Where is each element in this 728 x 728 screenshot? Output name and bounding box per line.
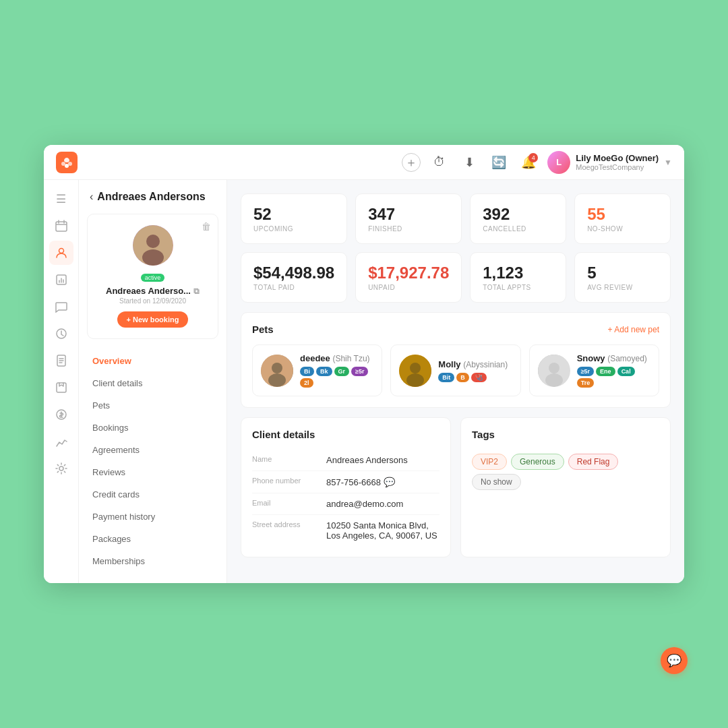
- svg-point-17: [410, 363, 421, 373]
- pet-card-molly[interactable]: Molly (Abyssinian) Bit B 🩺: [390, 344, 520, 396]
- nav-menu: Overview Client details Pets Bookings Ag…: [79, 350, 226, 572]
- pet-avatar-deedee: [261, 355, 293, 387]
- nav-item-packages[interactable]: Packages: [79, 528, 226, 550]
- client-details-title: Client details: [252, 429, 315, 440]
- left-nav: ‹ Andreaes Andersons 🗑 active: [79, 180, 227, 583]
- avatar: L: [547, 151, 570, 174]
- tags-section: Tags VIP2 Generous Red Flag No show: [460, 417, 671, 557]
- sync-icon-btn[interactable]: 🔄: [488, 152, 510, 173]
- nav-item-credit-cards[interactable]: Credit cards: [79, 483, 226, 506]
- nav-item-agreements[interactable]: Agreements: [79, 439, 226, 461]
- detail-label-name: Name: [252, 455, 326, 463]
- tag-redflag[interactable]: Red Flag: [568, 454, 619, 470]
- pet-tag: 2l: [300, 378, 313, 388]
- bottom-grid: Client details Name Andreaes Andersons P…: [241, 417, 671, 567]
- stat-avg-review-value: 5: [587, 264, 658, 282]
- stat-upcoming-value: 52: [253, 205, 334, 224]
- pet-name-snowy: Snowy (Samoyed): [577, 353, 650, 363]
- pets-grid: deedee (Shih Tzu) Bi Bk Gr ≥5r 2l: [252, 344, 659, 396]
- sidebar-analytics-icon[interactable]: [49, 429, 73, 454]
- stat-unpaid-value: $17,927.78: [368, 264, 449, 282]
- main-layout: ☰: [44, 180, 684, 583]
- topbar: ＋ ⏱ ⬇ 🔄 🔔 4 L Lily MoeGo (Owner) MoegoTe…: [44, 145, 684, 180]
- stat-upcoming: 52 UPCOMING: [241, 193, 347, 244]
- chat-fab-button[interactable]: 💬: [661, 647, 688, 674]
- timer-icon-btn[interactable]: ⏱: [429, 152, 450, 173]
- nav-item-client-details[interactable]: Client details: [79, 372, 226, 394]
- edit-icon[interactable]: 🗑: [202, 221, 211, 232]
- pet-card-snowy[interactable]: Snowy (Samoyed) ≥5r Ene Cal Tre: [529, 344, 659, 396]
- nav-item-bookings[interactable]: Bookings: [79, 417, 226, 439]
- new-booking-button[interactable]: + New booking: [117, 311, 189, 328]
- stat-total-paid-label: TOTAL PAID: [253, 284, 334, 291]
- main-content: 52 UPCOMING 347 FINISHED 392 CANCELLED 5…: [227, 180, 684, 583]
- svg-point-12: [142, 249, 164, 266]
- stat-unpaid: $17,927.78 UNPAID: [355, 252, 462, 303]
- svg-point-20: [549, 363, 559, 373]
- pet-tag: Ene: [596, 367, 615, 376]
- sidebar-messages-icon[interactable]: [49, 295, 73, 319]
- sidebar-settings-icon[interactable]: [49, 456, 73, 481]
- sidebar-calendar-icon[interactable]: [49, 214, 73, 238]
- detail-value-address: 10250 Santa Monica Blvd, Los Angeles, CA…: [326, 520, 439, 541]
- sidebar-menu-icon[interactable]: ☰: [49, 187, 73, 211]
- pet-tags-snowy: ≥5r Ene Cal Tre: [577, 367, 650, 388]
- client-title: Andreaes Andersons: [97, 191, 205, 203]
- user-name: Lily MoeGo (Owner): [576, 153, 659, 163]
- stat-noshow-label: NO-SHOW: [587, 225, 658, 233]
- back-button[interactable]: ‹: [90, 191, 93, 203]
- stat-total-appts: 1,123 TOTAL APPTS: [470, 252, 566, 303]
- svg-point-11: [146, 235, 160, 248]
- sidebar-invoices-icon[interactable]: [49, 348, 73, 373]
- add-new-pet-button[interactable]: + Add new pet: [608, 325, 659, 334]
- pets-section-header: Pets + Add new pet: [252, 324, 659, 335]
- nav-item-pets[interactable]: Pets: [79, 394, 226, 417]
- client-header: ‹ Andreaes Andersons: [79, 191, 226, 214]
- nav-item-memberships[interactable]: Memberships: [79, 550, 226, 572]
- pet-tag: Tre: [577, 378, 595, 388]
- detail-row-address: Street address 10250 Santa Monica Blvd, …: [252, 515, 439, 546]
- notification-icon-btn[interactable]: 🔔 4: [518, 152, 539, 173]
- tag-noshow[interactable]: No show: [472, 474, 521, 490]
- pet-avatar-snowy: [538, 355, 570, 387]
- sidebar-reports-icon[interactable]: [49, 268, 73, 292]
- stat-total-appts-label: TOTAL APPTS: [483, 284, 553, 291]
- nav-item-payment-history[interactable]: Payment history: [79, 506, 226, 528]
- stat-cancelled: 392 CANCELLED: [470, 193, 566, 244]
- download-icon-btn[interactable]: ⬇: [458, 152, 480, 173]
- stat-avg-review: 5 AVG REVIEW: [574, 252, 671, 303]
- stat-finished-label: FINISHED: [368, 225, 449, 233]
- sidebar-reminders-icon[interactable]: [49, 322, 73, 346]
- stat-noshow: 55 NO-SHOW: [574, 193, 671, 244]
- detail-row-phone: Phone number 857-756-6668 💬: [252, 471, 439, 493]
- pet-info-snowy: Snowy (Samoyed) ≥5r Ene Cal Tre: [577, 353, 650, 388]
- sidebar-packages-icon[interactable]: [49, 375, 73, 400]
- tag-vip2[interactable]: VIP2: [472, 454, 507, 470]
- nav-item-overview[interactable]: Overview: [79, 350, 226, 372]
- svg-rect-7: [57, 383, 66, 392]
- svg-point-1: [68, 162, 72, 166]
- detail-value-phone: 857-756-6668 💬: [326, 477, 395, 487]
- stat-unpaid-label: UNPAID: [368, 284, 449, 291]
- user-profile[interactable]: L Lily MoeGo (Owner) MoegoTestCompany ▼: [547, 151, 672, 174]
- client-name: Andreaes Anderso...: [106, 286, 191, 296]
- tags-section-header: Tags: [472, 429, 659, 440]
- chevron-down-icon: ▼: [664, 158, 672, 167]
- stat-noshow-value: 55: [587, 205, 658, 224]
- pet-tags-deedee: Bi Bk Gr ≥5r 2l: [300, 367, 373, 388]
- pets-section: Pets + Add new pet deedee (Shih Tzu) Bi: [241, 312, 671, 408]
- detail-label-address: Street address: [252, 520, 326, 528]
- client-since: Started on 12/09/2020: [119, 297, 186, 305]
- svg-point-21: [545, 373, 563, 387]
- pet-card-deedee[interactable]: deedee (Shih Tzu) Bi Bk Gr ≥5r 2l: [252, 344, 382, 396]
- detail-label-email: Email: [252, 499, 326, 507]
- pet-tag: 🩺: [471, 373, 487, 382]
- nav-item-reviews[interactable]: Reviews: [79, 461, 226, 483]
- sidebar-payroll-icon[interactable]: [49, 402, 73, 427]
- tag-generous[interactable]: Generous: [511, 454, 564, 470]
- svg-point-9: [59, 466, 63, 471]
- add-button[interactable]: ＋: [402, 153, 421, 172]
- pet-info-molly: Molly (Abyssinian) Bit B 🩺: [438, 359, 512, 382]
- sidebar-clients-icon[interactable]: [49, 241, 73, 265]
- copy-icon[interactable]: ⧉: [193, 286, 200, 296]
